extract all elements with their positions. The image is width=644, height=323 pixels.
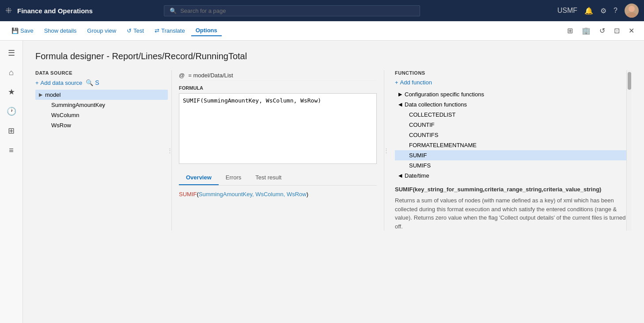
personalize-icon[interactable]: ⊞	[564, 25, 576, 37]
fn-description-text: Returns a sum of values of nodes (with n…	[395, 196, 626, 231]
svg-point-0	[629, 6, 635, 12]
formula-path: = model/Data/List	[188, 72, 233, 79]
group-view-button[interactable]: Group view	[83, 26, 121, 36]
fn-group-config[interactable]: ▶ Configuration specific functions	[395, 89, 626, 99]
formula-params: SummingAmountKey, WsColumn, WsRow	[199, 191, 307, 198]
formula-bar: @ = model/Data/List	[179, 70, 377, 81]
show-details-button[interactable]: Show details	[40, 26, 81, 36]
nav-home-icon[interactable]: ⌂	[3, 64, 20, 81]
office-icon[interactable]: 🏢	[579, 25, 593, 37]
top-nav-right: USMF 🔔 ⚙ ?	[557, 4, 639, 18]
designer-layout: DATA SOURCE + Add data source 🔍 S ▶ mode…	[35, 70, 632, 231]
search-icon: 🔍	[170, 8, 177, 14]
top-nav-bar: ⁜ Finance and Operations 🔍 USMF 🔔 ⚙ ?	[0, 0, 644, 21]
fn-item-countifs[interactable]: COUNTIFS	[395, 130, 626, 140]
tab-test-result[interactable]: Test result	[248, 171, 288, 185]
scroll-thumb[interactable]	[628, 72, 631, 90]
tab-overview[interactable]: Overview	[179, 171, 219, 185]
tree-item-wscolumn[interactable]: WsColumn	[35, 110, 168, 120]
close-icon[interactable]: ✕	[626, 25, 637, 37]
resize-handle-1[interactable]: ⋮	[168, 70, 171, 231]
nav-hamburger-icon[interactable]: ☰	[3, 44, 20, 62]
plus-icon: +	[35, 80, 39, 86]
nav-list-icon[interactable]: ≡	[3, 141, 20, 159]
resize-handle-2[interactable]: ⋮	[384, 70, 388, 231]
chevron-right-icon: ▶	[398, 91, 402, 97]
formula-section-title: FORMULA	[179, 85, 377, 91]
datasource-tree: ▶ model SummingAmountKey WsColumn WsRow	[35, 90, 168, 130]
open-external-icon[interactable]: ⊡	[611, 25, 622, 37]
datasource-section-title: DATA SOURCE	[35, 70, 168, 76]
fn-item-formatelementname[interactable]: FORMATELEMENTNAME	[395, 140, 626, 150]
reload-icon[interactable]: ↺	[597, 25, 608, 37]
app-title: Finance and Operations	[17, 7, 93, 15]
overview-content: SUMIF(SummingAmountKey, WsColumn, WsRow)	[179, 186, 377, 203]
chevron-down-datetime-icon: ◀	[398, 173, 402, 179]
page-title: Formula designer - Report/Lines/Record/R…	[35, 51, 632, 61]
tree-item-wsrow[interactable]: WsRow	[35, 120, 168, 130]
toolbar: 💾 Save Show details Group view ↺ Test ⇄ …	[0, 21, 644, 41]
fn-item-sumifs[interactable]: SUMIFS	[395, 160, 626, 171]
functions-section-title: FUNCTIONS	[395, 70, 626, 76]
datasource-toolbar: + Add data source 🔍 S	[35, 79, 168, 86]
content-area: Formula designer - Report/Lines/Record/R…	[23, 41, 644, 323]
avatar[interactable]	[625, 4, 639, 18]
side-nav: ☰ ⌂ ★ 🕐 ⊞ ≡	[0, 41, 23, 323]
fn-item-collectedlist[interactable]: COLLECTEDLIST	[395, 110, 626, 120]
search-input[interactable]	[180, 8, 414, 14]
notification-icon[interactable]: 🔔	[584, 7, 593, 15]
functions-toolbar: + Add function	[395, 79, 626, 86]
fn-group-datetime[interactable]: ◀ Date/time	[395, 171, 626, 181]
tree-item-model[interactable]: ▶ model	[35, 90, 168, 100]
svg-point-1	[626, 12, 637, 18]
grid-icon[interactable]: ⁜	[5, 6, 12, 15]
tree-item-summingamountkey[interactable]: SummingAmountKey	[35, 100, 168, 110]
fn-group-datacollection[interactable]: ◀ Data collection functions	[395, 99, 626, 110]
toolbar-right-icons: ⊞ 🏢 ↺ ⊡ ✕	[564, 25, 637, 37]
tab-errors[interactable]: Errors	[219, 171, 248, 185]
fn-item-sumif[interactable]: SUMIF	[395, 150, 626, 160]
formula-fn-name: SUMIF	[179, 191, 197, 198]
functions-list: ▶ Configuration specific functions ◀ Dat…	[395, 89, 626, 181]
chevron-down-icon: ◀	[398, 102, 402, 107]
help-icon[interactable]: ?	[614, 7, 617, 15]
overview-formula: SUMIF(SummingAmountKey, WsColumn, WsRow)	[179, 191, 377, 198]
save-icon: 💾	[11, 27, 19, 34]
expand-icon: ▶	[39, 92, 42, 98]
save-button[interactable]: 💾 Save	[7, 26, 38, 36]
fn-description-box: SUMIF(key_string_for_summing,criteria_ra…	[395, 186, 626, 231]
fn-item-countif[interactable]: COUNTIF	[395, 120, 626, 130]
formula-editor[interactable]: SUMIF(SummingAmountKey, WsColumn, WsRow)	[179, 93, 377, 164]
options-button[interactable]: Options	[191, 25, 222, 36]
scrollbar[interactable]	[626, 70, 632, 231]
nav-recent-icon[interactable]: 🕐	[3, 103, 20, 120]
functions-panel: FUNCTIONS + Add function ▶ Configuration…	[388, 70, 626, 231]
formula-tabs: Overview Errors Test result	[179, 171, 377, 186]
main-wrapper: ☰ ⌂ ★ 🕐 ⊞ ≡ Formula designer - Report/Li…	[0, 41, 644, 323]
nav-workspaces-icon[interactable]: ⊞	[3, 122, 20, 140]
settings-icon[interactable]: ⚙	[600, 7, 606, 15]
formula-panel: @ = model/Data/List FORMULA SUMIF(Summin…	[171, 70, 384, 231]
datasource-panel: DATA SOURCE + Add data source 🔍 S ▶ mode…	[35, 70, 168, 231]
plus-icon-fn: +	[395, 79, 398, 86]
test-button[interactable]: ↺ Test	[122, 26, 148, 36]
add-datasource-button[interactable]: + Add data source	[35, 80, 82, 86]
datasource-search-button[interactable]: 🔍 S	[86, 79, 99, 86]
username-label: USMF	[557, 7, 577, 15]
formula-paren-close: )	[307, 191, 308, 198]
search-box[interactable]: 🔍	[164, 5, 420, 16]
at-symbol: @	[179, 72, 185, 79]
translate-button[interactable]: ⇄ Translate	[150, 26, 189, 36]
translate-icon: ⇄	[155, 27, 159, 34]
nav-favorites-icon[interactable]: ★	[3, 83, 20, 101]
add-function-button[interactable]: + Add function	[395, 79, 432, 86]
fn-signature: SUMIF(key_string_for_summing,criteria_ra…	[395, 186, 626, 193]
refresh-icon: ↺	[127, 27, 132, 34]
